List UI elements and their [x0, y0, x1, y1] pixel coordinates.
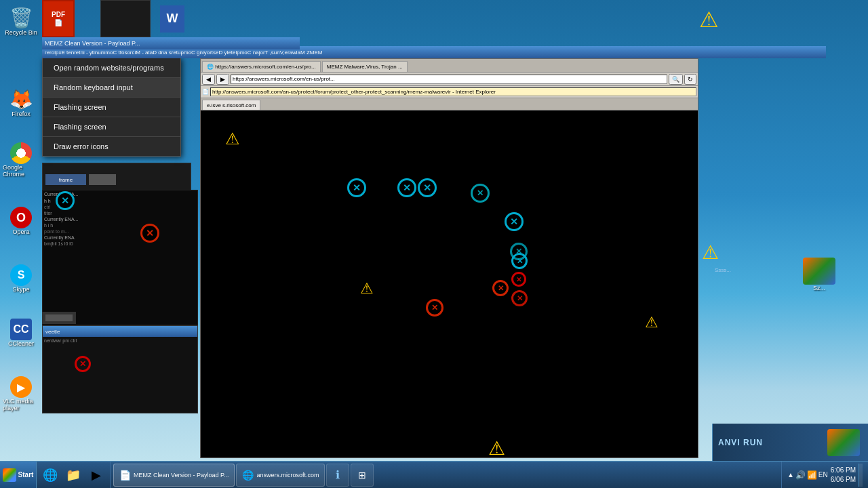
ie-address-bar-1: ◀ ▶ 🔍 ↻ [201, 73, 698, 86]
taskbar-memz-btn[interactable]: 📄 MEMZ Clean Version - Payload P... [113, 464, 235, 487]
error-red-1: ✕ [426, 299, 443, 317]
ie-refresh-btn[interactable]: ↻ [684, 74, 696, 85]
error-red-left-1: ✕ [140, 224, 159, 243]
taskbar-folder-icon[interactable]: 📁 [62, 464, 84, 486]
menu-item-websites[interactable]: Open random websites/programs [43, 58, 180, 78]
warning-icon-1: ⚠ [225, 129, 240, 148]
desktop-icon-vlc[interactable]: ▶ VLC media player [3, 376, 39, 411]
taskbar-extra-icon[interactable]: ⊞ [351, 464, 374, 487]
ie-tab-3[interactable]: e.isve s.rlsosoft.com [202, 100, 260, 110]
ie-address-bar-2: 📄 [201, 86, 698, 98]
right-side-icons: Ssss... [712, 264, 861, 276]
error-red-2: ✕ [492, 280, 509, 296]
tray-volume-icon[interactable]: 📶 [807, 470, 817, 480]
warning-icon-2: ⚠ [360, 280, 374, 298]
ie-content: ⚠ ⚠ ⚠ ✕ ✕ ✕ ✕ ✕ ✕ ✕ ✕ ✕ ✕ ✕ [201, 110, 698, 458]
desktop-icon-chrome[interactable]: Google Chrome [3, 142, 39, 178]
error-teal-4: ✕ [471, 184, 490, 203]
acrobat-taskbar-icon[interactable]: PDF📄 [42, 0, 75, 37]
desktop-icon-opera[interactable]: O Opera [3, 207, 39, 235]
error-red-4: ✕ [511, 290, 528, 306]
desktop: 🗑️ Recycle Bin 🦊 Firefox Google Chrome O… [0, 0, 868, 488]
menu-item-keyboard[interactable]: Random keyboard input [43, 78, 180, 98]
system-tray: ▲ 🔊 📶 EN 6:06 PM 6/06 PM [781, 462, 868, 489]
show-desktop-btn[interactable] [859, 464, 863, 487]
taskbar-ie-btn[interactable]: 🌐 answers.microsoft.com [236, 464, 325, 487]
warning-icon-3: ⚠ [645, 314, 658, 331]
start-label: Start [18, 471, 34, 479]
memz-titlebar: MEMZ Clean Version - Payload P... [42, 37, 300, 49]
ie-tab-1[interactable]: 🌐 https://answers.microsoft.com/en-us/pr… [202, 61, 321, 72]
ie-tab-bar-2: e.isve s.rlsosoft.com [201, 98, 698, 110]
desktop-icon-firefox[interactable]: 🦊 Firefox [3, 88, 39, 117]
desktop-icon-ccleaner[interactable]: CC CCleaner [3, 319, 39, 347]
taskbar-pinned: 🌐 📁 ▶ [37, 462, 111, 489]
tray-lang-icon[interactable]: EN [818, 471, 828, 479]
ie-address-input-1[interactable] [231, 75, 667, 84]
error-teal-7: ✕ [511, 253, 528, 269]
error-teal-3: ✕ [418, 178, 437, 197]
start-button[interactable]: Start [0, 462, 37, 489]
error-teal-left-1: ✕ [56, 191, 75, 210]
glitch-area: frame Currently ENA... h h ctrl titor Cu… [42, 163, 205, 420]
anvi-area: ANVI RUN [712, 424, 868, 461]
menu-item-flashing[interactable]: Flashing screen [43, 98, 180, 117]
ie-address-input-2[interactable] [210, 87, 696, 96]
error-red-3: ✕ [511, 272, 526, 287]
tray-network-icon[interactable]: 🔊 [795, 470, 806, 480]
ie-back-btn[interactable]: ◀ [202, 74, 215, 85]
taskbar-wmp-icon[interactable]: ▶ [85, 464, 107, 486]
tray-up-arrow[interactable]: ▲ [787, 471, 794, 479]
tray-icons: ▲ 🔊 📶 EN [787, 470, 828, 480]
ie-tab-bar-1: 🌐 https://answers.microsoft.com/en-us/pr… [201, 59, 698, 73]
ie-fwd-btn[interactable]: ▶ [216, 74, 229, 85]
error-teal-1: ✕ [347, 178, 366, 197]
context-menu: Open random websites/programs Random key… [42, 58, 181, 157]
word-taskbar-icon[interactable]: W [156, 0, 189, 37]
dark-toolbar-top [100, 0, 151, 37]
anvi-label: ANVI RUN [718, 438, 763, 447]
menu-item-flashing2[interactable]: Flashing screen [43, 117, 180, 137]
ie-search-btn[interactable]: 🔍 [669, 74, 683, 85]
desktop-icon-skype[interactable]: S Skype [3, 264, 39, 293]
clock[interactable]: 6:06 PM 6/06 PM [831, 466, 856, 485]
desktop-warning-right-mid: ⚠ [702, 241, 719, 264]
taskbar-ie-icon[interactable]: 🌐 [39, 464, 61, 486]
error-teal-2: ✕ [397, 178, 416, 197]
ie-window: 🌐 https://answers.microsoft.com/en-us/pr… [200, 58, 698, 458]
taskbar-open-windows: 📄 MEMZ Clean Version - Payload P... 🌐 an… [111, 462, 781, 489]
taskbar-info-icon[interactable]: ℹ [326, 464, 349, 487]
desktop-warning-top-right: ⚠ [699, 7, 719, 33]
error-teal-5: ✕ [505, 212, 524, 231]
desktop-icon-recycle[interactable]: 🗑️ Recycle Bin [3, 7, 39, 36]
taskbar: Start 🌐 📁 ▶ 📄 MEMZ Clean Version - Paylo… [0, 461, 868, 488]
menu-item-error-icons[interactable]: Draw error icons [43, 137, 180, 156]
bottom-warning-icon: ⚠ [488, 437, 505, 460]
ie-tab-2[interactable]: MEMZ Malware,Virus, Trojan ... [322, 61, 408, 72]
error-red-left-2: ✕ [75, 356, 91, 372]
